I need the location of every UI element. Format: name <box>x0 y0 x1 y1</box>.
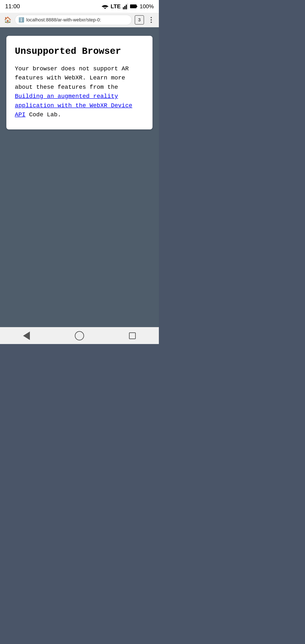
home-button[interactable] <box>73 330 86 342</box>
recent-icon <box>129 332 136 339</box>
address-bar[interactable]: ℹ️ localhost:8888/ar-with-webxr/step-0: <box>15 15 132 25</box>
menu-dot-2 <box>150 19 152 20</box>
svg-point-0 <box>104 8 106 9</box>
info-icon: ℹ️ <box>18 17 24 23</box>
svg-rect-3 <box>126 5 127 9</box>
svg-rect-2 <box>124 6 126 9</box>
status-bar: 11:00 LTE 100% <box>0 0 159 13</box>
navigation-bar <box>0 327 159 344</box>
page-content: Unsupported Browser Your browser does no… <box>0 27 159 327</box>
battery-percent: 100% <box>140 3 154 10</box>
recent-apps-button[interactable] <box>126 330 139 342</box>
svg-rect-7 <box>136 6 137 7</box>
battery-icon <box>130 4 138 8</box>
card-body: Your browser does not support AR feature… <box>15 64 144 119</box>
back-icon <box>23 332 30 340</box>
browser-menu-button[interactable] <box>147 16 156 24</box>
home-icon <box>75 331 84 340</box>
status-icons: LTE 100% <box>102 3 154 10</box>
card-body-after-link: Code Lab. <box>26 112 61 118</box>
menu-dot-3 <box>150 22 152 23</box>
card-title: Unsupported Browser <box>15 46 144 56</box>
home-icon: 🏠 <box>4 16 12 24</box>
tabs-count: 3 <box>138 17 141 23</box>
wifi-icon <box>102 4 108 9</box>
browser-home-button[interactable]: 🏠 <box>4 16 12 24</box>
network-label: LTE <box>110 3 120 10</box>
signal-icon <box>123 4 128 9</box>
back-button[interactable] <box>20 330 33 342</box>
unsupported-browser-card: Unsupported Browser Your browser does no… <box>6 36 152 130</box>
card-body-before-link: Your browser does not support AR feature… <box>15 66 129 90</box>
svg-rect-6 <box>130 5 136 8</box>
browser-chrome: 🏠 ℹ️ localhost:8888/ar-with-webxr/step-0… <box>0 13 159 27</box>
svg-rect-4 <box>127 4 128 9</box>
tabs-button[interactable]: 3 <box>135 15 144 24</box>
url-text: localhost:8888/ar-with-webxr/step-0: <box>26 17 101 23</box>
menu-dot-1 <box>150 17 152 18</box>
status-time: 11:00 <box>5 3 20 10</box>
svg-rect-1 <box>123 7 124 9</box>
